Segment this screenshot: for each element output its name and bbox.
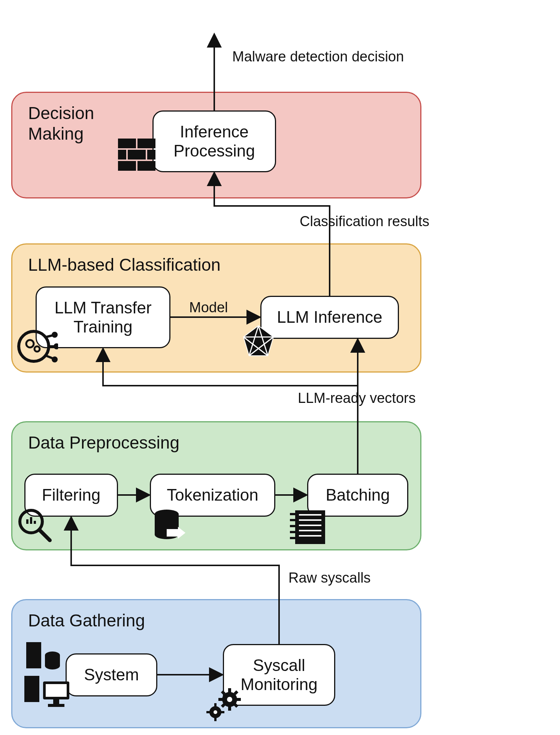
edge-vectors: LLM-ready vectors [298, 390, 416, 406]
edge-classification: Classification results [300, 213, 429, 230]
node-system: System [66, 653, 157, 696]
syscall-monitoring-label: Syscall Monitoring [240, 656, 317, 694]
layer-llm-title: LLM-based Classification [28, 255, 221, 275]
svg-rect-43 [26, 642, 41, 668]
svg-marker-31 [178, 527, 185, 539]
svg-rect-65 [214, 717, 217, 721]
database-icon [150, 507, 187, 545]
cogs-icon [204, 685, 245, 725]
filtering-label: Filtering [42, 486, 101, 505]
svg-rect-54 [228, 688, 231, 693]
layer-gathering-title: Data Gathering [28, 610, 145, 631]
svg-point-13 [55, 344, 58, 348]
svg-rect-64 [214, 703, 217, 707]
svg-rect-3 [128, 150, 146, 160]
layer-preproc-title: Data Preprocessing [28, 432, 179, 453]
svg-rect-66 [206, 711, 210, 713]
svg-rect-57 [236, 698, 241, 701]
tokenization-label: Tokenization [167, 486, 258, 505]
layer-decision-title: Decision Making [28, 103, 94, 144]
svg-rect-6 [137, 161, 155, 171]
gears-icon [17, 326, 58, 367]
magnifier-icon [17, 507, 52, 543]
svg-rect-51 [48, 704, 64, 707]
edge-decision-out: Malware detection decision [232, 49, 404, 65]
svg-point-8 [26, 340, 34, 347]
firewall-icon [118, 139, 155, 172]
batching-label: Batching [326, 486, 390, 505]
svg-rect-0 [118, 139, 136, 148]
svg-rect-30 [167, 529, 178, 537]
inference-processing-label: Inference Processing [173, 122, 255, 160]
svg-point-46 [45, 662, 60, 669]
transfer-training-label: LLM Transfer Training [54, 298, 151, 336]
svg-point-9 [34, 346, 40, 352]
svg-line-23 [39, 530, 50, 540]
svg-rect-47 [24, 676, 39, 702]
edge-raw-syscalls: Raw syscalls [288, 570, 371, 586]
svg-rect-67 [221, 711, 224, 713]
svg-point-63 [214, 710, 217, 714]
svg-point-15 [53, 358, 57, 361]
node-llm-inference: LLM Inference [260, 296, 399, 339]
diagram-canvas: Decision Making LLM-based Classification… [0, 0, 560, 735]
svg-point-53 [227, 697, 232, 702]
system-label: System [84, 665, 139, 684]
svg-rect-1 [137, 139, 155, 148]
svg-rect-55 [228, 706, 231, 711]
svg-rect-50 [53, 699, 59, 704]
memory-icon [288, 507, 330, 547]
svg-rect-49 [46, 684, 67, 697]
svg-rect-4 [147, 150, 155, 160]
svg-rect-56 [218, 698, 223, 701]
svg-rect-2 [118, 150, 126, 160]
edge-model: Model [189, 300, 228, 316]
network-icon [240, 324, 277, 361]
svg-point-11 [53, 333, 57, 337]
node-inference-processing: Inference Processing [152, 110, 276, 172]
svg-rect-5 [118, 161, 136, 171]
llm-inference-label: LLM Inference [277, 308, 382, 327]
system-icon [22, 640, 73, 711]
